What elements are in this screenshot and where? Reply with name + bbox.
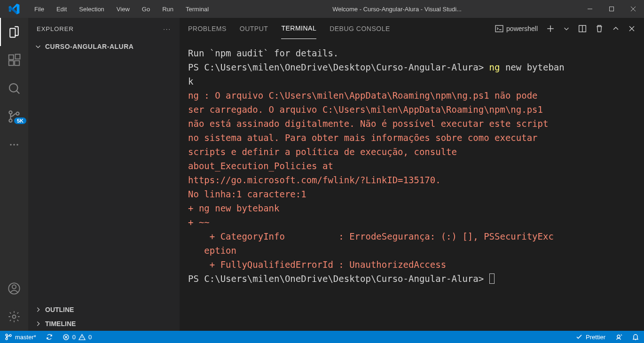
split-panel-icon[interactable] <box>578 24 587 33</box>
svg-point-21 <box>617 335 620 338</box>
svg-point-18 <box>6 338 8 340</box>
titlebar: File Edit Selection View Go Run Terminal… <box>0 0 644 18</box>
svg-rect-15 <box>495 25 503 32</box>
term-err: about_Execution_Policies at <box>188 161 338 171</box>
svg-rect-4 <box>16 55 20 59</box>
svg-point-8 <box>16 112 19 115</box>
term-err: no sistema atual. Para obter mais inform… <box>188 133 543 143</box>
folder-name: CURSO-ANGULAR-ALURA <box>45 43 134 50</box>
prettier-status[interactable]: Prettier <box>571 331 610 343</box>
close-panel-icon[interactable] <box>628 25 636 32</box>
outline-section[interactable]: OUTLINE <box>28 303 180 317</box>
timeline-section[interactable]: TIMELINE <box>28 317 180 331</box>
svg-point-11 <box>16 144 18 146</box>
term-line: PS C:\Users\milen\OneDrive\Desktop\Curso… <box>188 62 489 72</box>
more-icon[interactable]: ··· <box>163 25 171 32</box>
menu-terminal[interactable]: Terminal <box>180 0 215 18</box>
term-err: ser carregado. O arquivo C:\Users\milen\… <box>188 104 548 115</box>
terminal-kind: powershell <box>506 25 538 32</box>
search-activity-icon[interactable] <box>0 74 28 102</box>
chevron-right-icon <box>35 306 41 313</box>
sync-status[interactable] <box>41 331 58 343</box>
scm-badge: 5K <box>14 117 26 124</box>
tab-problems[interactable]: PROBLEMS <box>188 18 227 39</box>
outline-label: OUTLINE <box>45 306 74 313</box>
explorer-title: EXPLORER <box>37 25 74 32</box>
terminal-cursor <box>489 273 495 284</box>
term-err: + FullyQualifiedErrorId : UnauthorizedAc… <box>188 259 446 270</box>
svg-point-19 <box>9 335 11 336</box>
svg-point-10 <box>13 144 15 146</box>
explorer-activity-icon[interactable] <box>0 18 28 46</box>
term-err: não está assinado digitalmente. Não é po… <box>188 118 554 129</box>
window-title: Welcome - Curso-Angular-Alura - Visual S… <box>215 6 579 13</box>
window-controls <box>579 0 644 18</box>
svg-point-6 <box>9 111 12 114</box>
maximize-panel-icon[interactable] <box>612 25 620 32</box>
term-err: + CategoryInfo : ErrodeSegurança: (:) []… <box>188 231 554 242</box>
term-err: https://go.microsoft.com/fwlink/?LinkID=… <box>188 175 441 185</box>
svg-rect-0 <box>610 7 614 11</box>
notifications-icon[interactable] <box>627 331 644 343</box>
editor-area: PROBLEMS OUTPUT TERMINAL DEBUG CONSOLE p… <box>180 18 644 331</box>
svg-rect-1 <box>9 55 14 60</box>
menu-file[interactable]: File <box>28 0 50 18</box>
menu-edit[interactable]: Edit <box>50 0 73 18</box>
term-line: k <box>188 76 193 86</box>
menu-selection[interactable]: Selection <box>73 0 110 18</box>
error-count: 0 <box>72 334 76 341</box>
svg-point-14 <box>13 315 16 319</box>
tab-terminal[interactable]: TERMINAL <box>281 18 316 39</box>
vscode-logo-icon <box>0 3 28 15</box>
status-bar: master* 0 0 Prettier <box>0 331 644 343</box>
prettier-label: Prettier <box>586 334 605 341</box>
term-line: PS C:\Users\milen\OneDrive\Desktop\Curso… <box>188 273 489 284</box>
term-line: new byteban <box>500 62 564 72</box>
term-line: Run `npm audit` for details. <box>188 48 338 58</box>
source-control-activity-icon[interactable]: 5K <box>0 102 28 131</box>
kill-terminal-icon[interactable] <box>595 24 604 33</box>
terminal-view[interactable]: Run `npm audit` for details. PS C:\Users… <box>180 39 644 331</box>
chevron-down-icon <box>35 43 41 50</box>
more-activity-icon[interactable] <box>0 131 28 159</box>
settings-gear-icon[interactable] <box>0 303 28 331</box>
chevron-right-icon <box>35 320 41 327</box>
menu-go[interactable]: Go <box>136 0 156 18</box>
minimize-button[interactable] <box>579 0 601 18</box>
branch-status[interactable]: master* <box>0 331 41 343</box>
svg-rect-3 <box>15 61 19 65</box>
new-terminal-icon[interactable] <box>546 24 555 33</box>
svg-point-7 <box>9 119 12 122</box>
term-err: scripts e definir a política de execução… <box>188 147 462 157</box>
menu-view[interactable]: View <box>110 0 136 18</box>
maximize-button[interactable] <box>601 0 622 18</box>
menubar: File Edit Selection View Go Run Terminal <box>28 0 215 18</box>
term-err: + ng new bytebank <box>188 203 279 213</box>
term-err: No linha:1 caractere:1 <box>188 189 306 199</box>
term-err: ng : O arquivo C:\Users\milen\AppData\Ro… <box>188 90 543 101</box>
term-err: eption <box>188 245 236 256</box>
close-button[interactable] <box>622 0 644 18</box>
svg-point-9 <box>10 144 12 146</box>
svg-point-13 <box>12 285 16 288</box>
terminal-split-chevron-icon[interactable] <box>563 25 570 32</box>
svg-rect-2 <box>9 61 14 65</box>
terminal-selector[interactable]: powershell <box>495 24 538 33</box>
problems-status[interactable]: 0 0 <box>58 331 96 343</box>
sidebar: EXPLORER ··· CURSO-ANGULAR-ALURA OUTLINE… <box>28 18 180 331</box>
explorer-header: EXPLORER ··· <box>28 18 180 39</box>
panel-tabs: PROBLEMS OUTPUT TERMINAL DEBUG CONSOLE p… <box>180 18 644 39</box>
tab-debug-console[interactable]: DEBUG CONSOLE <box>330 18 390 39</box>
extensions-activity-icon[interactable] <box>0 46 28 74</box>
timeline-label: TIMELINE <box>45 320 76 327</box>
warning-count: 0 <box>88 334 92 341</box>
feedback-icon[interactable] <box>610 331 627 343</box>
term-err: + ~~ <box>188 217 210 227</box>
menu-run[interactable]: Run <box>156 0 180 18</box>
tab-output[interactable]: OUTPUT <box>240 18 268 39</box>
svg-point-17 <box>6 334 8 336</box>
folder-section[interactable]: CURSO-ANGULAR-ALURA <box>28 39 180 54</box>
term-cmd: ng <box>489 62 500 72</box>
accounts-icon[interactable] <box>0 274 28 303</box>
activity-bar: 5K <box>0 18 28 331</box>
